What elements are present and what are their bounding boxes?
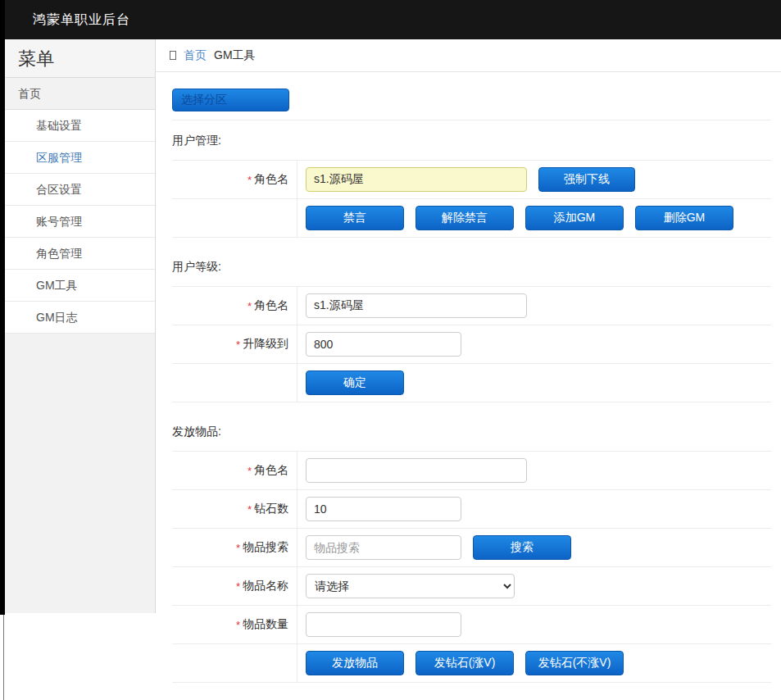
sidebar-item-server-manage[interactable]: 区服管理 (5, 142, 155, 174)
required-asterisk: * (247, 465, 252, 477)
item-search-label: * 物品搜索 (172, 529, 297, 566)
form-row-role: * 角色名 (172, 287, 771, 325)
form-row-role: * 角色名 强制下线 (172, 161, 771, 199)
home-icon (170, 51, 176, 60)
required-asterisk: * (247, 503, 252, 516)
role-name-label: * 角色名 (172, 287, 297, 325)
left-border-line (3, 615, 4, 700)
required-asterisk: * (236, 580, 240, 593)
role-name-label: * 角色名 (172, 452, 297, 489)
sidebar-item-home[interactable]: 首页 (5, 78, 155, 110)
required-asterisk: * (247, 300, 252, 312)
item-name-select[interactable]: 请选择 (306, 574, 515, 598)
give-items-form: * 角色名 * 钻石数 * 物品搜索 (172, 451, 771, 683)
form-row-give-actions: 发放物品 发钻石(涨V) 发钻石(不涨V) (172, 644, 771, 683)
section-divider (172, 120, 771, 120)
level-to-label: * 升降级到 (172, 325, 297, 363)
search-button[interactable]: 搜索 (473, 535, 571, 560)
form-row-role: * 角色名 (172, 452, 771, 490)
give-diamond-vip-button[interactable]: 发钻石(涨V) (415, 651, 514, 675)
content-area: 选择分区 用户管理: * 角色名 强制下线 禁言 解除禁言 添加GM (156, 72, 781, 700)
confirm-button[interactable]: 确定 (306, 370, 404, 395)
sidebar-item-basic-settings[interactable]: 基础设置 (5, 110, 155, 142)
form-row-actions: 禁言 解除禁言 添加GM 删除GM (172, 199, 771, 238)
form-row-level: * 升降级到 (172, 325, 771, 364)
sidebar: 菜单 首页 基础设置 区服管理 合区设置 账号管理 角色管理 GM工具 GM日志 (5, 39, 156, 613)
sidebar-item-gm-logs[interactable]: GM日志 (5, 302, 155, 334)
unmute-button[interactable]: 解除禁言 (415, 206, 514, 230)
required-asterisk: * (236, 542, 240, 554)
breadcrumb: 首页 GM工具 (156, 39, 781, 72)
role-name-label: * 角色名 (172, 161, 297, 198)
form-row-item-name: * 物品名称 请选择 (172, 567, 771, 606)
user-manage-title: 用户管理: (172, 134, 771, 148)
sidebar-header: 菜单 (5, 39, 155, 78)
form-row-diamond: * 钻石数 (172, 490, 771, 529)
required-asterisk: * (236, 339, 240, 351)
item-name-label: * 物品名称 (172, 567, 297, 605)
top-bar: 鸿蒙单职业后台 (0, 0, 781, 39)
required-asterisk: * (247, 174, 252, 186)
form-row-item-search: * 物品搜索 搜索 (172, 529, 771, 567)
user-manage-form: * 角色名 强制下线 禁言 解除禁言 添加GM 删除GM (172, 160, 771, 238)
main-panel: 首页 GM工具 选择分区 用户管理: * 角色名 强制下线 禁言 (156, 39, 781, 700)
sidebar-item-gm-tools[interactable]: GM工具 (5, 270, 155, 302)
app-title: 鸿蒙单职业后台 (33, 0, 130, 39)
delete-gm-button[interactable]: 删除GM (635, 206, 733, 230)
breadcrumb-current: GM工具 (214, 48, 256, 63)
force-offline-button[interactable]: 强制下线 (538, 167, 635, 192)
level-value-input[interactable] (306, 332, 461, 357)
add-gm-button[interactable]: 添加GM (525, 206, 624, 230)
form-row-confirm: 确定 (172, 364, 771, 402)
diamond-count-label: * 钻石数 (172, 490, 297, 528)
item-count-label: * 物品数量 (172, 606, 297, 643)
form-row-item-count: * 物品数量 (172, 606, 771, 644)
give-role-name-input[interactable] (306, 458, 527, 483)
breadcrumb-home-link[interactable]: 首页 (184, 48, 207, 63)
item-count-input[interactable] (306, 612, 461, 637)
level-role-name-input[interactable] (306, 293, 527, 318)
sidebar-item-account-manage[interactable]: 账号管理 (5, 206, 155, 238)
give-items-title: 发放物品: (172, 425, 771, 439)
give-diamond-novip-button[interactable]: 发钻石(不涨V) (525, 651, 624, 675)
diamond-count-input[interactable] (306, 497, 461, 521)
sidebar-item-merge-settings[interactable]: 合区设置 (5, 174, 155, 206)
sidebar-item-role-manage[interactable]: 角色管理 (5, 238, 155, 270)
user-level-title: 用户等级: (172, 260, 771, 275)
user-level-form: * 角色名 * 升降级到 确定 (172, 286, 771, 402)
mute-button[interactable]: 禁言 (306, 206, 404, 230)
role-name-input[interactable] (306, 167, 527, 192)
required-asterisk: * (236, 619, 240, 631)
give-item-button[interactable]: 发放物品 (306, 651, 404, 675)
item-search-input[interactable] (306, 535, 461, 560)
select-zone-button[interactable]: 选择分区 (172, 89, 289, 111)
